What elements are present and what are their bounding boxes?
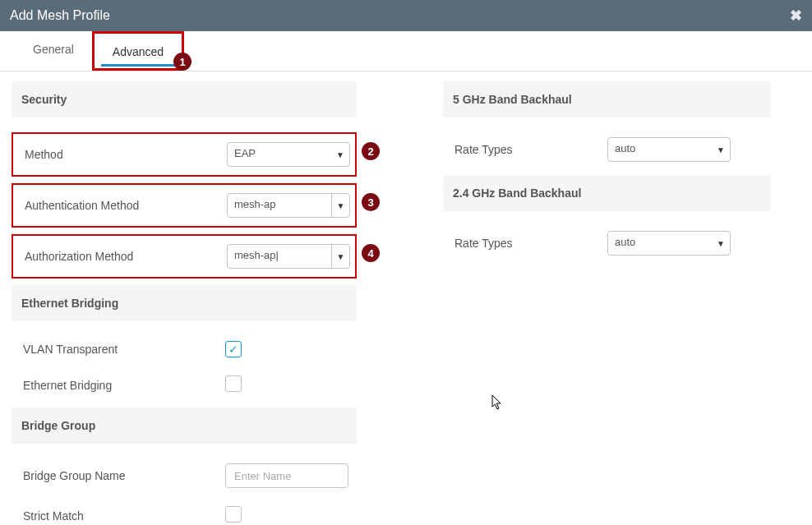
callout-3: 3: [362, 193, 380, 211]
window-title: Add Mesh Profile: [10, 8, 110, 23]
row-bridge-group-name: Bridge Group Name: [12, 458, 357, 493]
callout-1: 1: [173, 53, 191, 71]
tab-general[interactable]: General: [15, 31, 92, 71]
chevron-down-icon: ▼: [331, 143, 349, 166]
row-auth-method: Authentication Method mesh-ap ▼ 3: [12, 183, 357, 228]
row-5ghz-rate-types: Rate Types auto ▼: [443, 132, 771, 167]
left-column: Security Method EAP ▼ 2 Authentication M…: [3, 76, 365, 525]
chevron-down-icon: ▼: [712, 138, 730, 161]
auth-method-value: mesh-ap: [228, 194, 331, 217]
callout-4: 4: [362, 244, 380, 262]
callout-2: 2: [362, 142, 380, 160]
chevron-down-icon: ▼: [331, 194, 349, 217]
auth-method-dropdown[interactable]: mesh-ap ▼: [227, 193, 350, 218]
tabs: General Advanced 1: [0, 31, 812, 71]
vlan-transparent-checkbox[interactable]: ✓: [225, 341, 242, 357]
tab-advanced[interactable]: Advanced: [92, 31, 184, 71]
method-dropdown[interactable]: EAP ▼: [227, 142, 350, 167]
rate-types-5-dropdown[interactable]: auto ▼: [607, 137, 731, 162]
row-authz-method: Authorization Method mesh-ap| ▼ 4: [12, 234, 357, 279]
row-ethernet-bridging: Ethernet Bridging: [12, 371, 357, 399]
tab-general-label: General: [33, 43, 74, 56]
vlan-transparent-label: VLAN Transparent: [20, 343, 225, 356]
section-24ghz: 2.4 GHz Band Backhaul: [443, 175, 771, 211]
authz-method-label: Authorization Method: [21, 250, 227, 263]
chevron-down-icon: ▼: [712, 232, 730, 255]
auth-method-label: Authentication Method: [21, 199, 227, 212]
method-label: Method: [21, 148, 227, 161]
section-security: Security: [12, 81, 357, 117]
bridge-group-name-label: Bridge Group Name: [20, 469, 225, 482]
authz-method-value: mesh-ap|: [228, 245, 331, 268]
rate-types-5-label: Rate Types: [451, 143, 607, 156]
row-vlan-transparent: VLAN Transparent ✓: [12, 336, 357, 362]
bridge-group-name-input[interactable]: [225, 463, 348, 488]
rate-types-24-label: Rate Types: [451, 237, 607, 250]
ethernet-bridging-checkbox[interactable]: [225, 375, 242, 392]
rate-types-24-dropdown[interactable]: auto ▼: [607, 231, 731, 256]
section-5ghz: 5 GHz Band Backhaul: [443, 81, 771, 117]
ethernet-bridging-label: Ethernet Bridging: [20, 379, 225, 392]
row-method: Method EAP ▼ 2: [12, 132, 357, 177]
section-bridge-group: Bridge Group: [12, 408, 357, 444]
right-column: 5 GHz Band Backhaul Rate Types auto ▼ 2.…: [365, 76, 812, 525]
content: Security Method EAP ▼ 2 Authentication M…: [0, 71, 812, 525]
authz-method-dropdown[interactable]: mesh-ap| ▼: [227, 244, 350, 269]
rate-types-24-value: auto: [608, 232, 712, 255]
tab-advanced-label: Advanced: [113, 45, 164, 58]
section-ethernet-bridging: Ethernet Bridging: [12, 285, 357, 321]
chevron-down-icon: ▼: [331, 245, 349, 268]
row-strict-match: Strict Match: [12, 501, 357, 525]
row-24ghz-rate-types: Rate Types auto ▼: [443, 226, 771, 260]
close-icon[interactable]: ✖: [790, 7, 802, 25]
strict-match-checkbox[interactable]: [225, 506, 242, 523]
rate-types-5-value: auto: [608, 138, 712, 161]
method-value: EAP: [228, 143, 331, 166]
titlebar: Add Mesh Profile ✖: [0, 0, 812, 31]
strict-match-label: Strict Match: [20, 509, 225, 523]
